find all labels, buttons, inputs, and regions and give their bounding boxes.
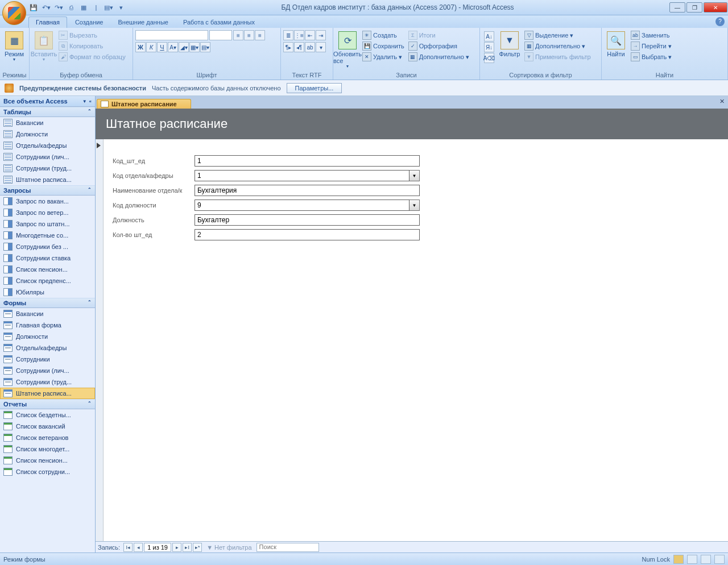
qat-table-icon[interactable]: ▤▾ <box>104 2 114 13</box>
nav-item[interactable]: Штатное расписа... <box>0 388 95 399</box>
nav-item[interactable]: Сотрудники (лич... <box>0 151 95 163</box>
field-input[interactable] <box>195 155 420 167</box>
datasheet-view-button[interactable] <box>687 555 697 564</box>
font-name-combo[interactable] <box>135 30 208 40</box>
nav-item[interactable]: Должности <box>0 331 95 342</box>
nav-item[interactable]: Запрос по ветер... <box>0 207 95 218</box>
sort-asc-button[interactable]: A↓ <box>484 31 494 41</box>
document-tab[interactable]: Штатное расписание <box>97 99 191 109</box>
minimize-button[interactable]: — <box>669 2 685 13</box>
indent-inc-button[interactable]: ⇥ <box>316 30 326 40</box>
rtl-button[interactable]: ◂¶ <box>294 42 304 52</box>
nav-group[interactable]: Таблицы⌃ <box>0 107 95 117</box>
close-button[interactable]: ✕ <box>704 2 727 13</box>
textcolor2-button[interactable]: ▾ <box>316 42 326 52</box>
dropdown-button[interactable]: ▼ <box>410 170 420 181</box>
nav-item[interactable]: Список пенсион... <box>0 455 95 466</box>
nav-item[interactable]: Вакансии <box>0 117 95 128</box>
nav-group[interactable]: Отчеты⌃ <box>0 399 95 409</box>
first-record-button[interactable]: I◂ <box>123 543 133 552</box>
nav-item[interactable]: Главная форма <box>0 319 95 331</box>
last-record-button[interactable]: ▸I <box>183 543 192 552</box>
spelling-button[interactable]: ✓Орфография <box>407 41 470 51</box>
highlight-button[interactable]: ab <box>305 42 315 52</box>
indent-dec-button[interactable]: ⇤ <box>305 30 315 40</box>
nav-item[interactable]: Штатное расписа... <box>0 174 95 185</box>
qat-save-icon[interactable]: 💾 <box>28 2 39 13</box>
nav-item[interactable]: Вакансии <box>0 308 95 319</box>
document-close-button[interactable]: ✕ <box>718 98 726 106</box>
bullets-button[interactable]: ⋮≡ <box>294 30 304 40</box>
new-record-button[interactable]: ✳Создать <box>361 30 406 40</box>
replace-button[interactable]: abЗаменить <box>630 30 673 40</box>
advanced-filter-button[interactable]: ▦Дополнительно ▾ <box>523 41 592 51</box>
numbering-button[interactable]: ≣ <box>283 30 293 40</box>
design-view-button[interactable] <box>714 555 725 564</box>
refresh-button[interactable]: ⟳Обновить все▼ <box>336 30 359 69</box>
maximize-button[interactable]: ❐ <box>686 2 702 13</box>
nav-item[interactable]: Список предпенс... <box>0 275 95 286</box>
record-position-input[interactable] <box>144 543 171 552</box>
record-selector[interactable] <box>96 139 104 541</box>
nav-item[interactable]: Сотрудники (труд... <box>0 163 95 174</box>
nav-item[interactable]: Запрос по вакан... <box>0 196 95 207</box>
security-options-button[interactable]: Параметры... <box>287 83 342 93</box>
italic-button[interactable]: К <box>146 42 156 52</box>
nav-item[interactable]: Список бездетны... <box>0 409 95 421</box>
form-view-button[interactable] <box>673 555 684 564</box>
find-button[interactable]: 🔍Найти <box>604 30 628 59</box>
nav-item[interactable]: Список пенсион... <box>0 264 95 275</box>
align-center-button[interactable]: ≡ <box>244 30 254 40</box>
nav-item[interactable]: Отделы/кафедры <box>0 342 95 354</box>
save-record-button[interactable]: 💾Сохранить <box>361 41 406 51</box>
goto-button[interactable]: →Перейти ▾ <box>630 41 673 51</box>
nav-item[interactable]: Список ветеранов <box>0 432 95 443</box>
prev-record-button[interactable]: ◂ <box>134 543 143 552</box>
field-combo[interactable] <box>195 170 410 181</box>
fill-color-button[interactable]: ◢▾ <box>179 42 189 52</box>
chevron-down-icon[interactable]: ▼ <box>82 99 87 104</box>
field-input[interactable] <box>195 214 420 226</box>
nav-item[interactable]: Список вакансий <box>0 421 95 432</box>
altcolor-button[interactable]: ▤▾ <box>200 42 210 52</box>
nav-item[interactable]: Сотрудники ставка <box>0 252 95 264</box>
align-right-button[interactable]: ≡ <box>255 30 265 40</box>
nav-group[interactable]: Запросы⌃ <box>0 185 95 196</box>
next-record-button[interactable]: ▸ <box>172 543 181 552</box>
nav-item[interactable]: Список многодет... <box>0 443 95 455</box>
gridlines-button[interactable]: ▦▾ <box>189 42 200 52</box>
selection-filter-button[interactable]: ▽Выделение ▾ <box>523 30 592 40</box>
align-left-button[interactable]: ≡ <box>233 30 243 40</box>
nav-header[interactable]: Все объекты Access▼« <box>0 96 95 107</box>
qat-print-icon[interactable]: ⎙ <box>66 2 76 13</box>
qat-undo-icon[interactable]: ↶▾ <box>41 2 51 13</box>
field-input[interactable] <box>195 185 420 196</box>
nav-item[interactable]: Юбиляры <box>0 286 95 298</box>
field-combo[interactable] <box>195 200 410 211</box>
clear-sort-button[interactable]: A⌫ <box>484 53 494 63</box>
ribbon-tab-create[interactable]: Создание <box>68 17 110 28</box>
nav-item[interactable]: Список сотрудни... <box>0 466 95 477</box>
dropdown-button[interactable]: ▼ <box>410 200 420 211</box>
layout-view-button[interactable] <box>701 555 711 564</box>
more-records-button[interactable]: ▦Дополнительно ▾ <box>407 52 470 62</box>
help-icon[interactable]: ? <box>715 17 725 26</box>
bold-button[interactable]: Ж <box>135 42 146 52</box>
font-color-button[interactable]: A▾ <box>168 42 178 52</box>
new-record-nav-button[interactable]: ▸* <box>193 543 202 552</box>
nav-item[interactable]: Сотрудники (лич... <box>0 365 95 376</box>
ltr-button[interactable]: ¶▸ <box>283 42 293 52</box>
nav-group[interactable]: Формы⌃ <box>0 298 95 308</box>
search-box[interactable]: Поиск <box>257 543 319 552</box>
filter-button[interactable]: ▼Фильтр <box>498 30 522 59</box>
field-input[interactable] <box>195 229 420 240</box>
qat-redo-icon[interactable]: ↷▾ <box>53 2 64 13</box>
office-button[interactable] <box>2 1 26 25</box>
nav-item[interactable]: Сотрудники (труд... <box>0 376 95 388</box>
ribbon-tab-dbtools[interactable]: Работа с базами данных <box>176 17 262 28</box>
nav-item[interactable]: Отделы/кафедры <box>0 140 95 151</box>
nav-item[interactable]: Многодетные со... <box>0 230 95 241</box>
font-size-combo[interactable] <box>209 30 232 40</box>
ribbon-tab-external[interactable]: Внешние данные <box>111 17 175 28</box>
select-button[interactable]: ▭Выбрать ▾ <box>630 52 673 62</box>
